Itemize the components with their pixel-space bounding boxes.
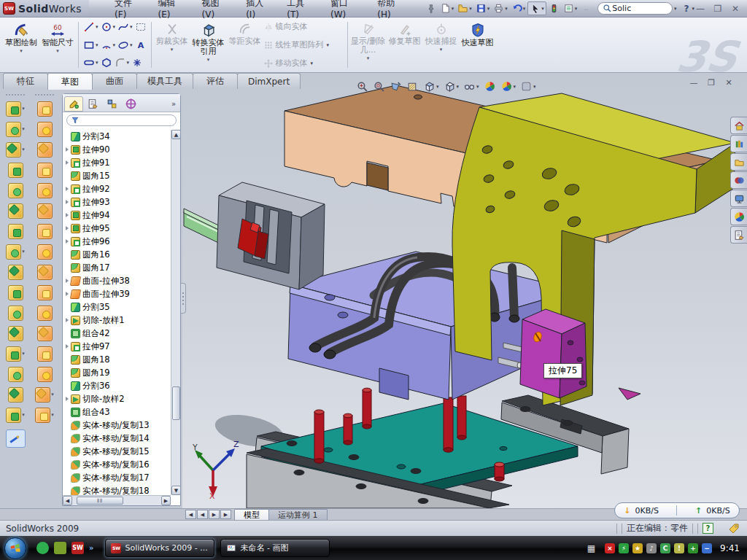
dropdown-arrow[interactable]: ▾ bbox=[130, 24, 133, 30]
start-button[interactable] bbox=[4, 537, 26, 559]
tree-item[interactable]: 分割35 bbox=[65, 300, 171, 314]
tree-item[interactable]: 拉伸97 bbox=[65, 340, 171, 353]
extruded-surface-button[interactable] bbox=[37, 98, 53, 119]
tray-health-shield-icon[interactable]: + bbox=[688, 543, 698, 553]
replace-face-button[interactable] bbox=[37, 303, 53, 323]
tree-horizontal-scrollbar[interactable]: ◀ ⦀⦀ ▶ bbox=[63, 495, 171, 505]
doc-tab-运动算例 1[interactable]: 运动算例 1 bbox=[268, 509, 328, 520]
tree-item[interactable]: 实体-移动/复制18 bbox=[65, 484, 171, 495]
instant3d-button-pressed[interactable] bbox=[6, 429, 26, 448]
dropdown-arrow[interactable]: ▾ bbox=[130, 42, 133, 48]
tab-模具工具[interactable]: 模具工具 bbox=[136, 73, 193, 89]
dropdown-arrow[interactable]: ▾ bbox=[127, 60, 130, 66]
print-button[interactable]: ▾ bbox=[492, 2, 509, 15]
tag-icon[interactable] bbox=[728, 523, 740, 534]
sketch-tool-circle[interactable]: ▾ bbox=[100, 21, 117, 33]
tree-item[interactable]: 拉伸93 bbox=[65, 195, 171, 209]
extruded-boss-button[interactable]: ▾ bbox=[6, 98, 25, 119]
dropdown-arrow[interactable]: ▾ bbox=[533, 84, 536, 90]
dropdown-arrow[interactable]: ▾ bbox=[523, 6, 526, 12]
sketch-tool-polygon[interactable] bbox=[100, 57, 113, 69]
featuremanager-tab[interactable] bbox=[64, 96, 83, 112]
quicklaunch-solidworks-icon[interactable]: SW bbox=[71, 542, 84, 554]
search-input[interactable] bbox=[612, 4, 663, 13]
expand-arrow-icon[interactable] bbox=[66, 279, 69, 283]
dropdown-arrow[interactable]: ▾ bbox=[96, 60, 98, 66]
shell-button[interactable] bbox=[8, 180, 23, 201]
panel-overflow-button[interactable]: » bbox=[171, 100, 179, 108]
tree-item[interactable]: 实体-移动/复制17 bbox=[65, 471, 171, 484]
propertymanager-tab[interactable] bbox=[83, 96, 102, 112]
model-selected-extrude-body[interactable] bbox=[520, 309, 640, 400]
network-speed-widget[interactable]: ↓0KB/S ↑0KB/S bbox=[614, 502, 740, 518]
menu-V[interactable]: 视图(V) bbox=[196, 0, 239, 22]
knit-surface-button[interactable] bbox=[37, 364, 53, 384]
quicklaunch-overflow[interactable]: » bbox=[89, 544, 93, 552]
thicken-button[interactable]: ▾ bbox=[35, 384, 54, 405]
tree-item[interactable]: 圆角15 bbox=[65, 169, 171, 182]
close-button[interactable]: ✕ bbox=[729, 4, 741, 14]
quick-tips-icon[interactable]: ? bbox=[703, 523, 713, 534]
tree-item[interactable]: 拉伸96 bbox=[65, 235, 171, 248]
search-dropdown-arrow[interactable]: ▾ bbox=[674, 6, 677, 12]
dropdown-arrow[interactable]: ▾ bbox=[51, 392, 54, 397]
model-slide-unit[interactable] bbox=[184, 182, 325, 289]
reference-geometry-button[interactable]: ▾ bbox=[6, 343, 25, 364]
tree-item[interactable]: 分割36 bbox=[65, 379, 171, 392]
draft-button[interactable] bbox=[8, 201, 23, 221]
select-button[interactable]: ▾ bbox=[527, 1, 546, 15]
tray-volume-icon[interactable]: ♪ bbox=[646, 543, 657, 553]
planar-surface-button[interactable] bbox=[37, 221, 53, 241]
expand-arrow-icon[interactable] bbox=[66, 318, 69, 322]
expand-arrow-icon[interactable] bbox=[66, 239, 69, 244]
doc-restore-button[interactable]: ❐ bbox=[706, 78, 716, 88]
tab-草图[interactable]: 草图 bbox=[47, 73, 93, 90]
loft-button[interactable] bbox=[8, 160, 23, 180]
dropdown-arrow[interactable]: ▾ bbox=[452, 6, 454, 12]
dropdown-arrow[interactable]: ▾ bbox=[51, 412, 54, 418]
expand-arrow-icon[interactable] bbox=[66, 226, 69, 230]
sketch-tool-spline[interactable]: ▾ bbox=[117, 21, 133, 33]
expand-arrow-icon[interactable] bbox=[66, 292, 69, 296]
wrap-button[interactable] bbox=[8, 221, 23, 241]
tree-filter-field[interactable] bbox=[66, 114, 177, 126]
menu-I[interactable]: 插入(I) bbox=[239, 0, 279, 22]
tree-vertical-scrollbar[interactable]: ▲ ▼ bbox=[171, 130, 180, 495]
doc-minimize-button[interactable]: — bbox=[689, 78, 699, 88]
taskpane-tab-file-explorer[interactable] bbox=[730, 153, 747, 171]
zoom-fit-button[interactable] bbox=[355, 79, 369, 93]
tree-item[interactable]: 实体-移动/复制14 bbox=[65, 432, 171, 445]
scroll-down-arrow[interactable]: ▼ bbox=[171, 486, 180, 495]
tree-item[interactable]: 拉伸90 bbox=[65, 143, 171, 156]
taskbar-window-paint[interactable]: 未命名 - 画图 bbox=[220, 539, 330, 557]
dimxpertmanager-tab[interactable] bbox=[121, 96, 140, 112]
tab-nav-next-button[interactable]: ▶ bbox=[209, 510, 220, 519]
cmd-草图绘制[interactable]: 草图绘制▾ bbox=[3, 19, 39, 71]
tray-phone-icon[interactable]: C bbox=[660, 543, 670, 553]
filled-surface-button[interactable] bbox=[37, 201, 53, 221]
dropdown-arrow[interactable]: ▾ bbox=[22, 126, 25, 132]
dropdown-arrow[interactable]: ▾ bbox=[22, 249, 25, 254]
swept-surface-button[interactable] bbox=[37, 139, 53, 160]
menu-F[interactable]: 文件(F) bbox=[108, 0, 150, 22]
tree-item[interactable]: 曲面-拉伸39 bbox=[65, 287, 171, 300]
apply-scene-button[interactable]: ▾ bbox=[500, 79, 517, 93]
tray-network-warning-icon[interactable]: ! bbox=[674, 543, 684, 553]
open-button[interactable]: ▾ bbox=[456, 2, 473, 15]
freeform-button[interactable]: ▾ bbox=[35, 405, 54, 425]
dropdown-arrow[interactable]: ▾ bbox=[476, 84, 479, 90]
panel-splitter-handle[interactable] bbox=[181, 283, 186, 314]
mirror-button[interactable] bbox=[8, 262, 23, 282]
cmd-快速草图[interactable]: 快速草图 bbox=[460, 19, 496, 71]
dropdown-arrow[interactable]: ▾ bbox=[22, 106, 25, 112]
dropdown-arrow[interactable]: ▾ bbox=[20, 48, 23, 54]
spline-tool-button[interactable]: ▾ bbox=[6, 405, 25, 425]
tree-item[interactable]: 拉伸91 bbox=[65, 156, 171, 169]
graphics-viewport[interactable]: Y Z X ▾▾▾▾▾ 拉伸75 bbox=[182, 77, 747, 508]
quicklaunch-media-icon[interactable] bbox=[54, 542, 66, 554]
revolved-surface-button[interactable] bbox=[37, 119, 53, 139]
tree-item[interactable]: 拉伸95 bbox=[65, 222, 171, 235]
tab-特征[interactable]: 特征 bbox=[3, 73, 48, 89]
dropdown-arrow[interactable]: ▾ bbox=[436, 84, 439, 90]
dropdown-arrow[interactable]: ▾ bbox=[469, 6, 472, 12]
